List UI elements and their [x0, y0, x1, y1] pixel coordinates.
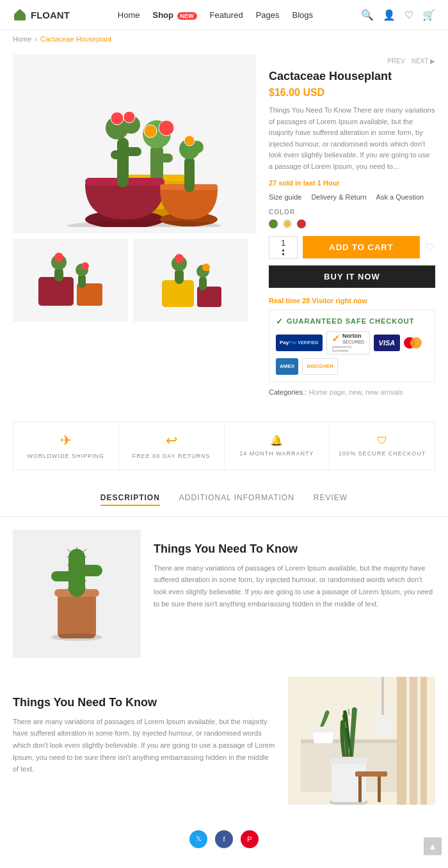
svg-rect-4	[150, 144, 163, 182]
svg-rect-78	[378, 777, 381, 802]
add-to-cart-button[interactable]: ADD TO CART	[303, 236, 420, 258]
product-description: Things You Need To Know There are many v…	[269, 105, 435, 173]
mastercard-badge	[404, 337, 422, 349]
features-strip: ✈ WORLDWIDE SHIPPING ↩ FREE 60 DAY RETUR…	[13, 422, 435, 470]
thumbnail-2[interactable]	[133, 239, 248, 322]
svg-rect-23	[184, 157, 195, 192]
feature-shipping: ✈ WORLDWIDE SHIPPING	[13, 422, 119, 470]
next-product[interactable]: NEXT ▶	[412, 58, 435, 65]
header: FLOANT Home Shop NEW Featured Pages Blog…	[0, 0, 448, 30]
feature-returns-label: FREE 60 DAY RETURNS	[132, 453, 211, 459]
qty-up[interactable]	[281, 248, 285, 252]
wishlist-button[interactable]: ♡	[425, 241, 435, 255]
svg-rect-48	[51, 571, 74, 581]
desc-text-2: Things You Need To Know There are many v…	[13, 677, 275, 775]
sold-badge: 27 sold in last 1 Hour	[269, 179, 435, 187]
svg-point-74	[372, 714, 393, 735]
svg-rect-71	[330, 757, 368, 764]
nav-featured[interactable]: Featured	[210, 10, 243, 20]
pinterest-icon[interactable]: P	[241, 830, 259, 848]
wishlist-icon[interactable]: ♡	[404, 9, 413, 21]
prev-product[interactable]: PREV	[387, 58, 404, 65]
svg-point-32	[54, 253, 63, 262]
tab-additional[interactable]: ADDITIONAL INFORMATION	[179, 493, 294, 506]
categories: Categories : Home page, new, new arrival…	[269, 388, 435, 396]
safe-checkout-label: ✓ GUARANTEED SAFE CHECKOUT	[276, 317, 428, 326]
svg-point-19	[111, 112, 124, 125]
scroll-to-top[interactable]: ▲	[424, 837, 442, 855]
norton-text: Norton	[342, 333, 364, 340]
nav-home[interactable]: Home	[118, 10, 140, 20]
breadcrumb-home[interactable]: Home	[13, 35, 31, 43]
logo[interactable]: FLOANT	[13, 8, 70, 22]
desc-paragraph-1: There are many variations of passages of…	[154, 562, 435, 610]
thumbnail-row	[13, 239, 256, 322]
svg-rect-0	[14, 14, 26, 20]
desc-block-2: Things You Need To Know There are many v…	[13, 677, 435, 805]
tab-review[interactable]: REVIEW	[314, 493, 348, 506]
color-section: COLOR	[269, 209, 435, 228]
main-plant-svg	[26, 61, 243, 227]
color-green[interactable]	[269, 219, 278, 228]
main-product-image	[13, 54, 256, 233]
nav-blogs[interactable]: Blogs	[292, 10, 314, 20]
norton-badge: ✓ Norton SECURED powered by Symantec	[326, 331, 370, 354]
svg-marker-1	[14, 9, 26, 14]
svg-rect-66	[420, 677, 427, 805]
svg-point-7	[159, 120, 174, 136]
svg-rect-77	[358, 777, 362, 802]
thumb2-svg	[140, 242, 242, 319]
breadcrumb-current: Cactaceae Houseplant	[40, 35, 111, 43]
svg-point-20	[124, 111, 135, 123]
buy-now-button[interactable]: BUY IT NOW	[269, 265, 435, 288]
ask-link[interactable]: Ask a Question	[376, 193, 424, 201]
svg-line-51	[83, 549, 86, 552]
breadcrumb: Home › Cactaceae Houseplant	[0, 30, 448, 48]
nav-shop-badge: NEW	[177, 12, 197, 20]
nav-pages[interactable]: Pages	[256, 10, 280, 20]
svg-rect-5	[157, 154, 173, 162]
shipping-icon: ✈	[60, 432, 72, 449]
safe-checkout-section: ✓ GUARANTEED SAFE CHECKOUT PayPal VERIFI…	[269, 310, 435, 382]
color-dots	[269, 219, 435, 228]
svg-point-8	[144, 125, 157, 138]
social-row: 𝕏 f P	[13, 824, 435, 861]
svg-rect-44	[58, 594, 96, 638]
logo-text: FLOANT	[31, 10, 70, 20]
svg-rect-64	[397, 677, 406, 805]
search-icon[interactable]: 🔍	[361, 9, 374, 21]
delivery-link[interactable]: Delivery & Return	[311, 193, 366, 201]
tab-description[interactable]: DESCRIPTION	[100, 493, 160, 506]
size-guide-link[interactable]: Size guide	[269, 193, 301, 201]
shield-icon: ✓	[276, 317, 284, 326]
cart-icon[interactable]: 🛒	[422, 9, 435, 21]
desc-heading-1: Things You Need To Know	[154, 542, 435, 556]
nav-shop[interactable]: Shop NEW	[152, 10, 196, 20]
feature-shipping-label: WORLDWIDE SHIPPING	[28, 453, 105, 459]
desc-cactus-svg	[13, 530, 141, 658]
facebook-icon[interactable]: f	[215, 830, 233, 848]
svg-line-49	[67, 549, 70, 552]
feature-warranty-label: 24 MONTH WARRANTY	[239, 450, 314, 457]
svg-rect-75	[381, 677, 384, 715]
feature-returns: ↩ FREE 60 DAY RETURNS	[119, 422, 225, 470]
product-tabs: DESCRIPTION ADDITIONAL INFORMATION REVIE…	[0, 483, 448, 517]
svg-point-40	[175, 254, 184, 263]
color-yellow[interactable]	[283, 219, 292, 228]
description-section: Things You Need To Know There are many v…	[0, 517, 448, 868]
quantity-box[interactable]: 1	[269, 236, 298, 259]
categories-link[interactable]: Home page, new, new arrivals	[308, 388, 403, 396]
product-images	[13, 54, 256, 396]
desc-paragraph-2: There are many variations of passages of…	[13, 716, 275, 775]
thumbnail-1[interactable]	[13, 239, 128, 322]
svg-rect-41	[199, 276, 207, 290]
payment-badges: PayPal VERIFIED ✓ Norton SECURED powered…	[276, 331, 428, 375]
svg-rect-76	[355, 771, 387, 777]
desc-heading-2: Things You Need To Know	[13, 696, 275, 709]
amex-badge: AMEX	[276, 358, 298, 375]
qty-down[interactable]	[281, 252, 285, 256]
feature-secure-label: 100% SECURE CHECKOUT	[339, 450, 426, 457]
color-red[interactable]	[297, 219, 306, 228]
twitter-icon[interactable]: 𝕏	[189, 830, 207, 848]
account-icon[interactable]: 👤	[383, 9, 396, 21]
